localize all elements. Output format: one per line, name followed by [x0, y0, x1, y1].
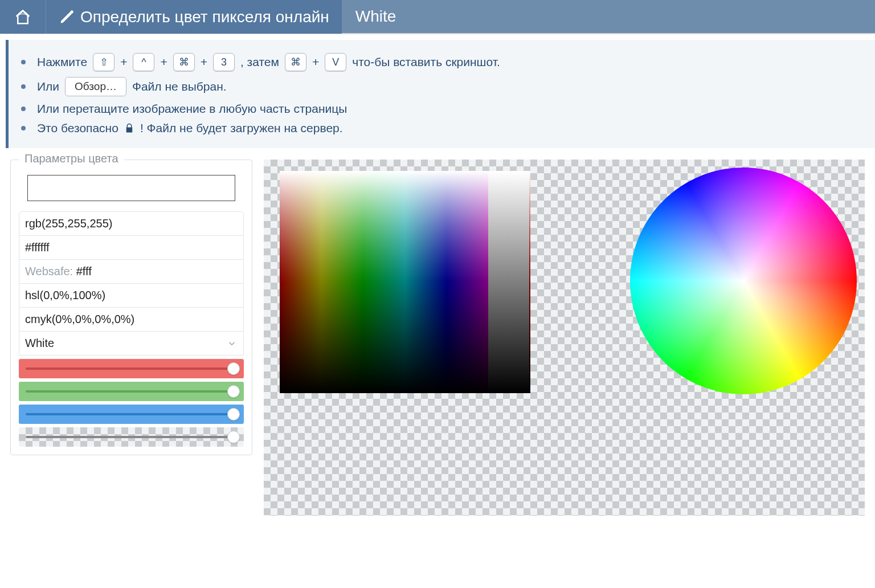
cmyk-field[interactable] [19, 307, 244, 332]
blue-slider[interactable] [19, 405, 244, 424]
plus: + [160, 55, 167, 69]
key-ctrl: ^ [133, 53, 154, 71]
color-swatch[interactable] [27, 175, 235, 201]
bullet-icon [21, 126, 26, 130]
key-v: V [325, 53, 346, 71]
current-color-name: White [355, 7, 396, 26]
current-color-name-bar: White [342, 0, 875, 34]
slider-handle[interactable] [227, 385, 240, 398]
websafe-value: #fff [76, 265, 92, 277]
instructions: Нажмите ⇧ + ^ + ⌘ + 3 , затем ⌘ + V что-… [6, 40, 875, 148]
plus: + [120, 55, 127, 69]
slider-handle[interactable] [227, 408, 240, 420]
websafe-label: Websafe: [25, 265, 73, 277]
key-shift: ⇧ [93, 53, 115, 71]
page-title-bar: Определить цвет пикселя онлайн [46, 0, 342, 34]
slider-handle[interactable] [227, 431, 240, 443]
slider-handle[interactable] [227, 362, 240, 375]
page-title: Определить цвет пикселя онлайн [80, 8, 329, 26]
hsl-field[interactable] [19, 283, 244, 308]
websafe-field: Websafe: #fff [19, 259, 244, 284]
instruction-drag: Или перетащите изображение в любую часть… [21, 99, 862, 119]
instruction-file: Или Обзор… Файл не выбран. [21, 74, 862, 99]
key-3: 3 [213, 53, 235, 71]
text: что-бы вставить скриншот. [352, 55, 500, 69]
text: , затем [240, 55, 279, 69]
plus: + [312, 55, 319, 69]
browse-button[interactable]: Обзор… [65, 77, 126, 96]
navbar: Определить цвет пикселя онлайн White [0, 0, 875, 34]
pencil-icon [59, 9, 75, 25]
text: Это безопасно [37, 121, 118, 135]
key-cmd: ⌘ [173, 53, 195, 71]
home-link[interactable] [0, 0, 46, 34]
rgb-field[interactable] [19, 211, 244, 236]
text: Нажмите [37, 55, 87, 69]
red-slider[interactable] [19, 359, 244, 378]
hex-field[interactable] [19, 235, 244, 260]
alpha-slider[interactable] [19, 427, 244, 447]
bullet-icon [21, 60, 26, 64]
panel-legend: Параметры цвета [19, 152, 124, 165]
color-params-panel: Параметры цвета Websafe: #fff [10, 160, 252, 455]
lock-icon [124, 123, 134, 133]
bullet-icon [21, 84, 26, 89]
color-wheel[interactable] [630, 168, 857, 394]
home-icon [13, 9, 32, 26]
bullet-icon [21, 107, 26, 111]
text: Или [37, 80, 59, 93]
text: ! Файл не будет загружен на сервер. [140, 121, 343, 135]
color-name-select[interactable] [19, 331, 244, 356]
text: Или перетащите изображение в любую часть… [37, 102, 347, 116]
plus: + [201, 55, 207, 69]
instruction-safe: Это безопасно ! Файл не будет загружен н… [21, 119, 862, 138]
key-cmd-2: ⌘ [285, 53, 306, 71]
main: Параметры цвета Websafe: #fff [0, 160, 875, 516]
file-status: Файл не выбран. [132, 80, 227, 93]
canvas-area[interactable] [264, 160, 865, 516]
grayscale-strip[interactable] [488, 171, 529, 393]
instruction-screenshot: Нажмите ⇧ + ^ + ⌘ + 3 , затем ⌘ + V что-… [21, 50, 862, 74]
green-slider[interactable] [19, 382, 244, 401]
